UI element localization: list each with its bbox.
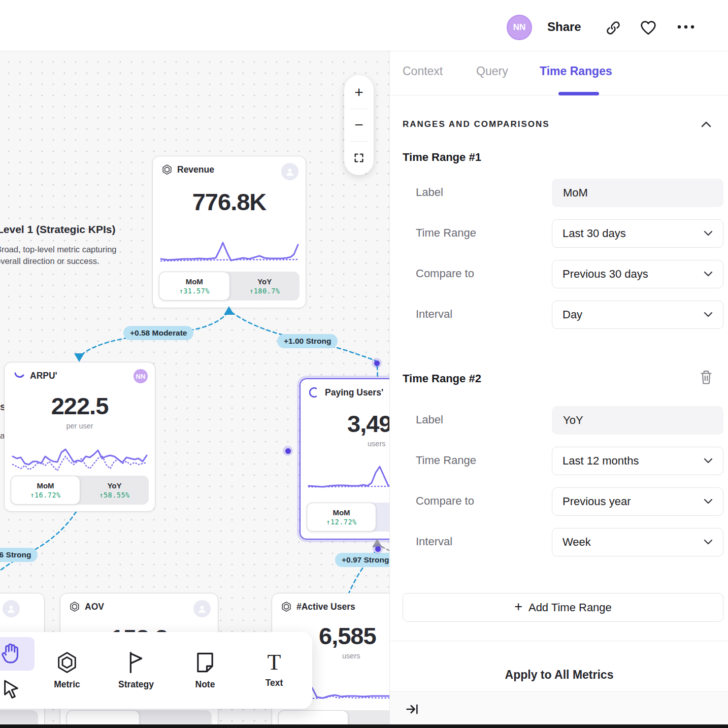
comparison-toggle: MoM ↑31.57% YoY ↑180.7% [159,272,300,301]
metric-value: 3,49 [301,410,389,438]
connection-handle[interactable] [283,446,293,456]
user-avatar[interactable]: NN [507,15,532,40]
metric-hexagon-icon [281,601,292,612]
section-header: RANGES AND COMPARISONS [403,119,550,129]
edge-label-revenue-paying[interactable]: +1.00 Strong [277,334,338,348]
metric-unit: users [301,440,389,448]
cursor-icon [1,678,21,700]
arc-metric-icon [13,370,25,381]
chevron-down-icon [704,271,713,277]
flag-icon [125,651,147,674]
compare-to-field-label: Compare to [416,267,474,280]
metric-tool-button[interactable]: Metric [32,632,102,709]
add-time-range-button[interactable]: + Add Time Range [403,593,723,622]
metric-hexagon-icon [69,601,80,612]
label-input[interactable] [552,406,723,435]
canvas-zoom-controls: + − [344,75,374,175]
hand-tool-button[interactable] [0,637,35,671]
comparison-toggle: MoM ↑16.72% YoY ↑58.55% [11,476,149,505]
label-input[interactable] [552,179,723,207]
tab-context[interactable]: Context [403,64,443,78]
metric-hexagon-icon [161,164,173,175]
card-title: Paying Users' [325,387,383,398]
chevron-down-icon [704,230,713,237]
collapse-section-chevron-up-icon[interactable] [701,120,712,128]
more-options-icon[interactable] [677,24,695,29]
toggle-yoy[interactable]: YoY ↑58.55% [80,476,149,505]
note-page-icon [194,651,216,674]
canvas-toolbar: Metric Strategy Note T Text [0,632,312,709]
owner-avatar-icon [281,163,299,180]
note-tool-button[interactable]: Note [171,632,240,709]
time-range-field-label: Time Range [416,454,476,467]
compare-to-select[interactable]: Previous year [552,487,723,516]
metric-hexagon-icon [55,651,79,674]
toggle-yoy[interactable]: YoY ↑180.7% [230,272,300,301]
metric-card-arpu[interactable]: ARPU' NN 222.5 per user MoM ↑16.72% YoY … [4,362,155,512]
metric-card-paying-users[interactable]: Paying Users' 3,49 users MoM ↑12.72% [300,378,389,540]
app-header: NN Share [0,0,728,51]
card-title: AOV [85,602,104,612]
panel-tabs: Context Query Time Ranges [390,51,728,95]
owner-avatar-icon [193,600,211,617]
time-range-select[interactable]: Last 30 days [552,219,723,248]
toggle-mom[interactable]: MoM ↑16.72% [11,476,80,505]
time-range-select[interactable]: Last 12 months [552,447,723,475]
share-button[interactable]: Share [547,20,581,34]
card-title: Revenue [177,164,214,175]
fullscreen-icon [353,152,365,163]
crescent-metric-icon [309,387,320,398]
edge-label-arpu-offscreen[interactable]: 66 Strong [0,548,38,562]
active-tab-underline [558,92,599,95]
metric-card-revenue[interactable]: Revenue 776.8K MoM ↑31.57% YoY ↑180.7% [152,156,306,308]
metric-settings-panel: Context Query Time Ranges RANGES AND COM… [389,51,728,728]
tab-time-ranges[interactable]: Time Ranges [540,64,612,78]
label-field-label: Label [416,413,443,426]
edge-label-revenue-arpu[interactable]: +0.58 Moderate [123,326,193,340]
time-range-field-label: Time Range [416,226,476,240]
metric-unit: per user [5,422,155,430]
interval-select[interactable]: Week [552,528,723,556]
hand-icon [1,643,22,665]
copy-link-icon[interactable] [606,20,621,36]
metric-value: 222.5 [5,392,155,420]
chevron-down-icon [704,312,713,318]
zoom-in-button[interactable]: + [350,84,368,101]
tab-query[interactable]: Query [476,64,508,78]
interval-field-label: Interval [416,535,452,548]
sparkline-chart [308,460,389,496]
collapse-panel-icon[interactable] [405,702,419,716]
edge-label-active-paying[interactable]: +0.97 Strong [335,553,389,567]
toggle-yoy[interactable] [376,503,389,532]
toggle-mom[interactable]: MoM ↑12.72% [307,503,376,532]
connection-handle[interactable] [372,358,382,368]
connection-handle[interactable] [373,544,383,554]
toggle-mom[interactable]: MoM ↑31.57% [159,272,230,301]
window-bottom-edge [0,724,728,728]
delete-time-range-trash-icon[interactable] [700,370,713,384]
label-field-label: Label [416,186,443,199]
comparison-toggle: MoM ↑12.72% [307,503,389,532]
zoom-out-button[interactable]: − [350,116,368,134]
sparkline-chart [12,441,149,479]
select-tool-button[interactable] [0,673,35,705]
owner-avatar-icon [3,600,20,617]
chevron-down-icon [704,458,713,464]
chevron-down-icon [704,539,713,545]
card-title: ARPU' [30,371,57,381]
fit-view-button[interactable] [350,149,368,167]
apply-to-all-metrics-button[interactable]: Apply to All Metrics [390,664,728,686]
text-tool-button[interactable]: T Text [240,632,309,709]
interval-field-label: Interval [416,308,452,321]
metric-value: 776.8K [153,188,306,216]
compare-to-select[interactable]: Previous 30 days [552,260,723,288]
interval-select[interactable]: Day [552,301,723,329]
strategy-tool-button[interactable]: Strategy [102,632,171,709]
panel-footer [390,691,728,728]
card-title: #Active Users [296,602,355,612]
metric-tree-canvas[interactable]: Level 1 (Strategic KPIs) Broad, top-leve… [0,51,389,728]
plus-icon: + [514,599,522,615]
compare-to-field-label: Compare to [416,494,474,508]
time-range-2-title: Time Range #2 [403,372,481,385]
favorite-heart-icon[interactable] [640,20,656,36]
